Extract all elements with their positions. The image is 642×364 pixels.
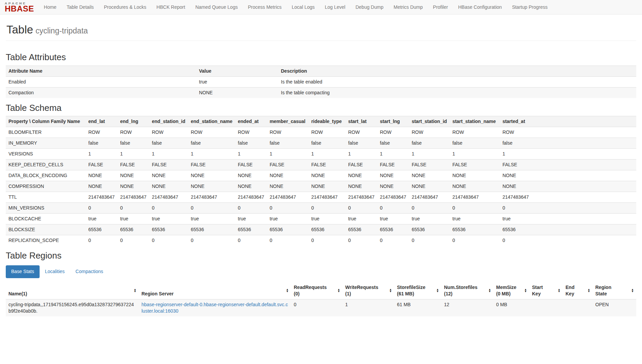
schema-value-cell: true bbox=[188, 214, 235, 224]
schema-value-cell: 65536 bbox=[267, 224, 309, 235]
regions-col-readrequests-0[interactable]: ReadRequests (0)▲▼ bbox=[291, 282, 342, 299]
schema-row-data-block-encoding: DATA_BLOCK_ENCODINGNONENONENONENONENONEN… bbox=[6, 170, 636, 181]
tab-base-stats[interactable]: Base Stats bbox=[6, 265, 40, 278]
region-mem-size-cell: 0 MB bbox=[493, 299, 529, 316]
schema-value-cell: NONE bbox=[500, 170, 636, 181]
sort-icon: ▲▼ bbox=[134, 289, 136, 293]
regions-col-label: Name(1) bbox=[8, 291, 27, 297]
tab-compactions[interactable]: Compactions bbox=[70, 265, 109, 278]
schema-value-cell: 2147483647 bbox=[450, 192, 500, 203]
schema-value-cell: FALSE bbox=[117, 160, 149, 170]
schema-value-cell: 1 bbox=[86, 149, 117, 160]
schema-row-blocksize: BLOCKSIZE6553665536655366553665536655366… bbox=[6, 224, 636, 235]
schema-heading: Table Schema bbox=[6, 103, 636, 113]
schema-value-cell: FALSE bbox=[450, 160, 500, 170]
schema-value-cell: 1 bbox=[346, 149, 377, 160]
schema-value-cell: false bbox=[409, 138, 449, 149]
attribute-value-cell: NONE bbox=[196, 87, 278, 98]
schema-value-cell: ROW bbox=[86, 127, 117, 138]
nav-item-home[interactable]: Home bbox=[39, 0, 62, 14]
regions-col-memsize-0-mb[interactable]: MemSize (0 MB)▲▼ bbox=[493, 282, 529, 299]
schema-value-cell: NONE bbox=[267, 170, 309, 181]
nav-item-hbase-configuration[interactable]: HBase Configuration bbox=[453, 0, 507, 14]
schema-value-cell: true bbox=[450, 214, 500, 224]
schema-col-rideable-type: rideable_type bbox=[309, 116, 346, 127]
nav-item-startup-progress[interactable]: Startup Progress bbox=[507, 0, 553, 14]
regions-col-region-state[interactable]: Region State▲▼ bbox=[593, 282, 636, 299]
schema-col-start-lat: start_lat bbox=[346, 116, 377, 127]
schema-value-cell: 0 bbox=[309, 203, 346, 214]
nav-item-named-queue-logs[interactable]: Named Queue Logs bbox=[190, 0, 243, 14]
sort-down-arrow: ▼ bbox=[524, 291, 527, 293]
schema-value-cell: NONE bbox=[86, 170, 117, 181]
schema-value-cell: ROW bbox=[377, 127, 409, 138]
schema-value-cell: true bbox=[86, 214, 117, 224]
table-schema-section: Table Schema Property \ Column Family Na… bbox=[6, 103, 636, 246]
schema-value-cell: 65536 bbox=[235, 224, 267, 235]
nav-item-hbck-report[interactable]: HBCK Report bbox=[151, 0, 190, 14]
region-storefile-size-cell: 61 MB bbox=[394, 299, 441, 316]
schema-value-cell: 2147483647 bbox=[267, 192, 309, 203]
schema-value-cell: 0 bbox=[86, 203, 117, 214]
nav-item-metrics-dump[interactable]: Metrics Dump bbox=[389, 0, 428, 14]
regions-col-num-storefiles-12[interactable]: Num.Storefiles (12)▲▼ bbox=[441, 282, 493, 299]
schema-value-cell: 0 bbox=[346, 235, 377, 246]
region-write-requests-cell: 1 bbox=[342, 299, 394, 316]
schema-value-cell: FALSE bbox=[235, 160, 267, 170]
nav-item-local-logs[interactable]: Local Logs bbox=[287, 0, 320, 14]
nav-item-procedures-locks[interactable]: Procedures & Locks bbox=[99, 0, 151, 14]
schema-value-cell: 0 bbox=[377, 203, 409, 214]
page-header: Tablecycling-tripdata bbox=[6, 24, 636, 41]
nav-item-log-level[interactable]: Log Level bbox=[320, 0, 351, 14]
schema-value-cell: false bbox=[377, 138, 409, 149]
regions-col-end-key[interactable]: End Key▲▼ bbox=[563, 282, 593, 299]
tab-localities[interactable]: Localities bbox=[40, 265, 70, 278]
schema-value-cell: 65536 bbox=[149, 224, 188, 235]
region-server-link[interactable]: hbase-regionserver-default-0.hbase-regio… bbox=[141, 302, 288, 314]
attribute-description-cell: Is the table compacting bbox=[278, 87, 636, 98]
schema-value-cell: ROW bbox=[149, 127, 188, 138]
schema-value-cell: 0 bbox=[117, 235, 149, 246]
nav-item-table-details[interactable]: Table Details bbox=[62, 0, 99, 14]
schema-value-cell: 1 bbox=[235, 149, 267, 160]
sort-down-arrow: ▼ bbox=[558, 291, 560, 293]
schema-value-cell: 2147483647 bbox=[309, 192, 346, 203]
nav-item-debug-dump[interactable]: Debug Dump bbox=[350, 0, 389, 14]
regions-col-name-1[interactable]: Name(1)▲▼ bbox=[6, 282, 139, 299]
nav-item-process-metrics[interactable]: Process Metrics bbox=[243, 0, 287, 14]
schema-value-cell: 1 bbox=[267, 149, 309, 160]
region-num-storefiles-cell: 12 bbox=[441, 299, 493, 316]
schema-row-in-memory: IN_MEMORYfalsefalsefalsefalsefalsefalsef… bbox=[6, 138, 636, 149]
hbase-logo[interactable]: APACHE HBASE bbox=[3, 1, 39, 13]
nav-menu: HomeTable DetailsProcedures & LocksHBCK … bbox=[39, 0, 553, 14]
schema-value-cell: 2147483647 bbox=[377, 192, 409, 203]
schema-value-cell: 1 bbox=[450, 149, 500, 160]
schema-value-cell: 0 bbox=[267, 235, 309, 246]
attribute-name-cell: Enabled bbox=[6, 76, 196, 87]
regions-col-label: Region Server bbox=[141, 291, 174, 297]
schema-property-cell: VERSIONS bbox=[6, 149, 86, 160]
schema-value-cell: 2147483647 bbox=[500, 192, 636, 203]
sort-down-arrow: ▼ bbox=[134, 291, 136, 293]
schema-col-end-station-id: end_station_id bbox=[149, 116, 188, 127]
regions-col-storefilesize-61-mb[interactable]: StorefileSize (61 MB)▲▼ bbox=[394, 282, 441, 299]
schema-value-cell: 0 bbox=[117, 203, 149, 214]
regions-col-region-server[interactable]: Region Server▲▼ bbox=[139, 282, 291, 299]
schema-value-cell: true bbox=[235, 214, 267, 224]
schema-value-cell: NONE bbox=[86, 181, 117, 192]
schema-value-cell: NONE bbox=[409, 181, 449, 192]
schema-value-cell: NONE bbox=[309, 170, 346, 181]
schema-value-cell: false bbox=[346, 138, 377, 149]
schema-value-cell: FALSE bbox=[377, 160, 409, 170]
schema-value-cell: NONE bbox=[149, 181, 188, 192]
schema-value-cell: FALSE bbox=[500, 160, 636, 170]
nav-item-profiler[interactable]: Profiler bbox=[428, 0, 453, 14]
schema-value-cell: 0 bbox=[346, 203, 377, 214]
regions-col-writerequests-1[interactable]: WriteRequests (1)▲▼ bbox=[342, 282, 394, 299]
schema-col-start-station-id: start_station_id bbox=[409, 116, 449, 127]
schema-value-cell: NONE bbox=[346, 170, 377, 181]
schema-corner-header: Property \ Column Family Name bbox=[6, 116, 86, 127]
regions-heading: Table Regions bbox=[6, 251, 636, 261]
schema-value-cell: FALSE bbox=[86, 160, 117, 170]
regions-col-start-key[interactable]: Start Key▲▼ bbox=[529, 282, 563, 299]
